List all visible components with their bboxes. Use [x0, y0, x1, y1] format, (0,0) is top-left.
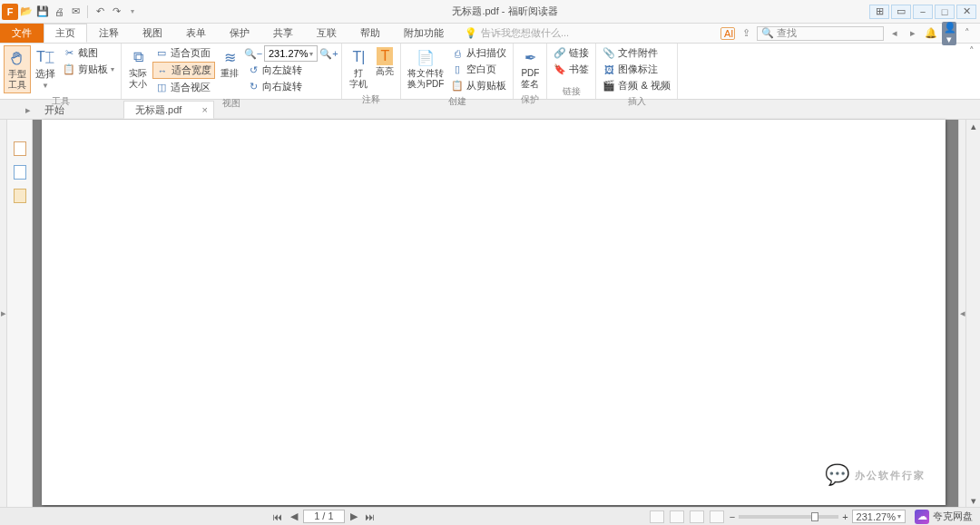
view-mode-1[interactable] — [650, 510, 664, 523]
zoom-slider[interactable] — [739, 515, 838, 519]
link-button[interactable]: 🔗链接 — [551, 45, 592, 61]
snapshot-button[interactable]: ✂截图 — [60, 45, 117, 61]
tell-me[interactable]: 💡 告诉我您想做什么... — [456, 24, 569, 43]
fit-page-button[interactable]: ▭适合页面 — [152, 45, 215, 61]
attachments-icon[interactable] — [13, 189, 27, 203]
email-icon[interactable]: ✉ — [67, 4, 83, 20]
view-mode-4[interactable] — [710, 510, 724, 523]
fit-width-button[interactable]: ↔适合宽度 — [152, 62, 215, 79]
document-tab-label: 无标题.pdf — [135, 103, 181, 117]
zoom-plus-button[interactable]: + — [842, 511, 848, 522]
av-button[interactable]: 🎬音频 & 视频 — [600, 78, 672, 93]
maximize-button[interactable]: □ — [935, 5, 955, 19]
hand-tool-button[interactable]: 手型 工具 — [4, 45, 31, 93]
prev-result-icon[interactable]: ◂ — [887, 27, 902, 39]
zoom-out-button[interactable]: 🔍− — [244, 46, 262, 61]
tab-view[interactable]: 视图 — [131, 24, 174, 43]
from-scanner-button[interactable]: ⎙从扫描仪 — [448, 45, 509, 61]
actual-size-button[interactable]: ⧉ 实际 大小 — [125, 45, 151, 92]
fit-visible-button[interactable]: ◫适合视区 — [152, 80, 215, 95]
group-insert: 📎文件附件 🖼图像标注 🎬音频 & 视频 插入 — [596, 44, 677, 99]
next-result-icon[interactable]: ▸ — [906, 27, 920, 39]
start-tab[interactable]: 开始 — [33, 101, 123, 119]
blank-page-button[interactable]: ▯空白页 — [448, 62, 509, 77]
user-icon[interactable]: 👤▾ — [942, 22, 956, 45]
last-page-button[interactable]: ⏭ — [363, 511, 377, 522]
ribbon-toggle-icon[interactable]: ▭ — [891, 5, 911, 19]
right-panel-toggle[interactable]: ◂ — [958, 120, 965, 507]
doctab-left-handle[interactable]: ▸ — [25, 101, 33, 119]
undo-icon[interactable]: ↶ — [92, 4, 108, 20]
minimize-button[interactable]: − — [913, 5, 933, 19]
scroll-down-icon[interactable]: ▾ — [966, 494, 980, 507]
fit-visible-icon: ◫ — [155, 82, 168, 94]
next-page-button[interactable]: ▶ — [347, 510, 361, 522]
typewriter-icon: T| — [348, 47, 368, 67]
from-clipboard-label: 从剪贴板 — [466, 79, 506, 92]
highlight-button[interactable]: T 高亮 — [373, 45, 397, 79]
bookmark-button[interactable]: 🔖书签 — [551, 62, 592, 77]
pdf-sign-button[interactable]: ✒ PDF 签名 — [517, 45, 543, 92]
left-panel-toggle[interactable]: ▸ — [0, 120, 7, 507]
sign-label: PDF 签名 — [521, 68, 539, 90]
tab-connect[interactable]: 互联 — [305, 24, 348, 43]
zoom-in-button[interactable]: 🔍+ — [319, 46, 338, 61]
ai-button[interactable]: AI — [720, 27, 735, 40]
ribbon-collapse-icon[interactable]: ˄ — [969, 45, 975, 57]
snapshot-icon: ✂ — [63, 47, 75, 60]
print-icon[interactable]: 🖨 — [51, 4, 67, 20]
scanner-icon: ⎙ — [451, 47, 464, 60]
tab-extras[interactable]: 附加功能 — [392, 24, 456, 43]
file-attach-button[interactable]: 📎文件附件 — [600, 45, 672, 61]
rotate-right-button[interactable]: ↻向右旋转 — [244, 79, 338, 94]
tab-form[interactable]: 表单 — [174, 24, 218, 43]
page-input[interactable]: 1 / 1 — [303, 510, 345, 523]
document-tab[interactable]: 无标题.pdf × — [123, 101, 214, 119]
view-mode-2[interactable] — [670, 510, 684, 523]
zoom-percent[interactable]: 231.27%▾ — [852, 510, 906, 523]
document-viewport[interactable] — [33, 120, 958, 507]
bookmarks-icon[interactable] — [13, 165, 27, 180]
convert-button[interactable]: 📄 将文件转 换为PDF — [405, 45, 446, 92]
from-clipboard-button[interactable]: 📋从剪贴板 — [448, 78, 509, 93]
sign-icon: ✒ — [520, 47, 540, 67]
av-label: 音频 & 视频 — [618, 79, 670, 92]
qat-dropdown-icon[interactable]: ▾ — [124, 4, 141, 20]
bell-icon[interactable]: 🔔 — [924, 27, 938, 39]
close-button[interactable]: ✕ — [956, 5, 976, 19]
scroll-up-icon[interactable]: ▴ — [966, 120, 980, 132]
thumbnails-icon[interactable] — [13, 141, 27, 156]
group-annot-label: 注释 — [342, 93, 400, 107]
zoom-slider-knob[interactable] — [811, 512, 818, 521]
view-mode-3[interactable] — [690, 510, 704, 523]
bookmark-label: 书签 — [569, 63, 589, 76]
zoom-minus-button[interactable]: − — [730, 511, 735, 522]
redo-icon[interactable]: ↷ — [108, 4, 124, 20]
select-button[interactable]: T⌶ 选择▼ — [33, 45, 58, 93]
scroll-track[interactable] — [966, 132, 980, 494]
share-icon[interactable]: ⇪ — [739, 27, 753, 39]
clipboard-button[interactable]: 📋剪贴板 ▾ — [60, 62, 117, 77]
cloud-service[interactable]: ☁ 夸克网盘 — [911, 510, 976, 524]
vertical-scrollbar[interactable]: ▴ ▾ — [965, 120, 980, 507]
typewriter-button[interactable]: T| 打 字机 — [346, 45, 371, 92]
window-group-icon[interactable]: ⊞ — [869, 5, 889, 19]
save-icon[interactable]: 💾 — [34, 4, 51, 20]
file-tab[interactable]: 文件 — [0, 24, 44, 43]
reflow-button[interactable]: ≋ 重排 — [217, 45, 242, 81]
tab-help[interactable]: 帮助 — [348, 24, 392, 43]
image-annot-button[interactable]: 🖼图像标注 — [600, 62, 672, 77]
first-page-button[interactable]: ⏮ — [270, 511, 285, 522]
tab-share[interactable]: 共享 — [261, 24, 305, 43]
zoom-combo[interactable]: 231.27%▾ — [264, 45, 318, 62]
close-tab-icon[interactable]: × — [202, 104, 208, 115]
prev-page-button[interactable]: ◀ — [287, 510, 301, 522]
tab-protect[interactable]: 保护 — [218, 24, 261, 43]
rotate-left-button[interactable]: ↺向左旋转 — [244, 63, 338, 78]
tab-home[interactable]: 主页 — [44, 24, 87, 43]
collapse-ribbon-icon[interactable]: ˄ — [960, 27, 975, 39]
open-icon[interactable]: 📂 — [18, 4, 34, 20]
search-box[interactable]: 🔍 查找 — [757, 26, 884, 41]
group-protect: ✒ PDF 签名 保护 — [514, 44, 547, 99]
tab-comment[interactable]: 注释 — [87, 24, 131, 43]
